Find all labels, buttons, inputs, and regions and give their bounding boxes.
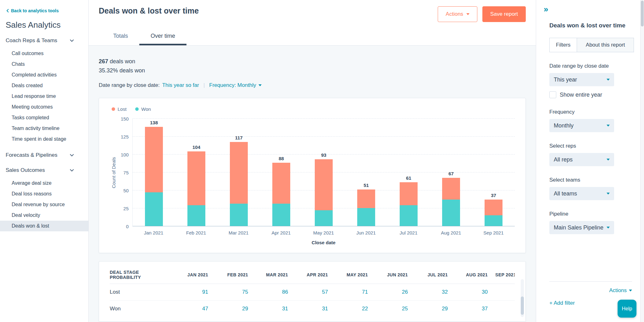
row-label: Lost: [110, 284, 176, 301]
actions-button[interactable]: Actions: [438, 6, 477, 22]
legend-item-won[interactable]: Won: [135, 106, 151, 112]
frequency-link-label: Frequency: Monthly: [209, 82, 256, 88]
bar-total-label: 93: [321, 152, 326, 158]
won-legend-dot-icon: [135, 107, 139, 111]
bar-segment-lost[interactable]: [272, 163, 290, 204]
bar-segment-won[interactable]: [357, 208, 375, 226]
tab-filters[interactable]: Filters: [549, 38, 577, 52]
table-value[interactable]: 75: [216, 284, 256, 301]
help-button[interactable]: Help: [618, 300, 636, 318]
bar-segment-won[interactable]: [315, 210, 333, 226]
sidebar-item-deal-loss-reasons[interactable]: Deal loss reasons: [0, 189, 88, 199]
legend-label: Lost: [118, 106, 126, 112]
frequency-link[interactable]: Frequency: Monthly: [209, 82, 261, 88]
bar-segment-won[interactable]: [485, 215, 502, 226]
bar-feb-2021[interactable]: 104: [175, 119, 218, 226]
sidebar-item-time-spent-in-deal-stage[interactable]: Time spent in deal stage: [0, 134, 88, 144]
table-value[interactable]: 32: [415, 284, 455, 301]
bar-segment-lost[interactable]: [315, 159, 333, 210]
bar-segment-lost[interactable]: [145, 127, 163, 192]
report-tabs: Totals Over time: [99, 28, 526, 45]
date-range-select[interactable]: This year: [549, 73, 614, 86]
bar-segment-lost[interactable]: [187, 151, 205, 205]
bar-segment-lost[interactable]: [485, 200, 502, 215]
back-link[interactable]: Back to analytics tools: [0, 8, 88, 13]
select-reps-select[interactable]: All reps: [549, 153, 614, 166]
bar-segment-lost[interactable]: [357, 189, 375, 208]
table-value[interactable]: 31: [296, 301, 336, 317]
sidebar-item-deals-won-lost[interactable]: Deals won & lost: [0, 221, 88, 231]
frequency-select[interactable]: Monthly: [549, 119, 614, 132]
sidebar-item-completed-activities[interactable]: Completed activities: [0, 70, 88, 80]
table-value[interactable]: 86: [256, 284, 296, 301]
bar-segment-won[interactable]: [187, 205, 205, 226]
bar-segment-lost[interactable]: [442, 178, 460, 199]
divider: |: [203, 82, 205, 88]
table-value[interactable]: 25: [375, 301, 415, 317]
sidebar-item-tasks-completed[interactable]: Tasks completed: [0, 112, 88, 123]
bar-jun-2021[interactable]: 51: [345, 119, 387, 226]
bar-mar-2021[interactable]: 117: [218, 119, 260, 226]
bar-aug-2021[interactable]: 67: [430, 119, 472, 226]
bar-apr-2021[interactable]: 88: [260, 119, 303, 226]
panel-actions-label: Actions: [609, 287, 627, 294]
pipeline-select[interactable]: Main Sales Pipeline: [549, 221, 614, 234]
sidebar-item-meeting-outcomes[interactable]: Meeting outcomes: [0, 102, 88, 112]
table-value[interactable]: 37: [455, 301, 495, 317]
panel-actions-link[interactable]: Actions: [609, 287, 632, 294]
page-scrollbar-thumb[interactable]: [641, 1, 644, 26]
bar-segment-lost[interactable]: [400, 182, 418, 205]
bar-segment-won[interactable]: [272, 204, 290, 226]
bar-jul-2021[interactable]: 61: [387, 119, 430, 226]
bar-segment-won[interactable]: [230, 204, 248, 226]
bar-jan-2021[interactable]: 138: [133, 119, 175, 226]
page-scrollbar[interactable]: [640, 0, 644, 322]
bar-segment-won[interactable]: [145, 192, 163, 226]
bar-segment-won[interactable]: [400, 205, 418, 226]
table-value[interactable]: 29: [216, 301, 256, 317]
chevron-down-icon: [70, 169, 74, 172]
table-value[interactable]: 57: [296, 284, 336, 301]
sidebar-item-chats[interactable]: Chats: [0, 59, 88, 70]
sidebar-item-call-outcomes[interactable]: Call outcomes: [0, 48, 88, 59]
table-scrollbar-thumb[interactable]: [521, 297, 524, 315]
sidebar-item-deal-velocity[interactable]: Deal velocity: [0, 210, 88, 221]
table-scrollbar[interactable]: [521, 279, 524, 317]
table-value[interactable]: 30: [455, 284, 495, 301]
date-range-link[interactable]: This year so far: [162, 82, 199, 88]
chevron-down-icon: [607, 193, 610, 195]
tab-totals[interactable]: Totals: [102, 28, 139, 45]
sidebar-item-team-activity-timeline[interactable]: Team activity timeline: [0, 123, 88, 134]
select-teams-select[interactable]: All teams: [549, 187, 614, 200]
table-value[interactable]: 26: [375, 284, 415, 301]
tab-about-this-report[interactable]: About this report: [577, 38, 634, 52]
table-value[interactable]: 29: [415, 301, 455, 317]
table-value[interactable]: 91: [176, 284, 216, 301]
sidebar-item-average-deal-size[interactable]: Average deal size: [0, 178, 88, 189]
chart-legend: Lost Won: [110, 106, 515, 112]
show-entire-year-label: Show entire year: [560, 92, 602, 98]
table-value[interactable]: 47: [176, 301, 216, 317]
sidebar-item-deal-revenue-by-source[interactable]: Deal revenue by source: [0, 199, 88, 210]
bar-may-2021[interactable]: 93: [303, 119, 345, 226]
sidebar-section-sales-outcomes[interactable]: Sales Outcomes: [0, 163, 88, 178]
table-value[interactable]: 71: [336, 284, 375, 301]
deals-won-count: 267 deals won: [99, 58, 526, 65]
add-filter-link[interactable]: + Add filter: [549, 300, 575, 306]
table-value[interactable]: 31: [256, 301, 296, 317]
table-value[interactable]: 22: [336, 301, 375, 317]
bar-segment-won[interactable]: [442, 200, 460, 226]
sidebar-item-lead-response-time[interactable]: Lead response time: [0, 91, 88, 102]
legend-item-lost[interactable]: Lost: [112, 106, 126, 112]
sidebar-item-deals-created[interactable]: Deals created: [0, 80, 88, 91]
tab-over-time[interactable]: Over time: [139, 28, 186, 45]
chevron-down-icon: [607, 159, 610, 161]
sidebar-section-coach-reps-teams[interactable]: Coach Reps & Teams: [0, 33, 88, 48]
bar-sep-2021[interactable]: 37: [472, 119, 515, 226]
save-report-button[interactable]: Save report: [482, 6, 526, 22]
show-entire-year-checkbox[interactable]: [549, 91, 556, 98]
plot-area: 138104117889351616737: [132, 119, 515, 226]
bar-segment-lost[interactable]: [230, 142, 248, 204]
collapse-panel-icon[interactable]: »: [544, 5, 548, 13]
sidebar-section-forecasts-pipelines[interactable]: Forecasts & Pipelines: [0, 148, 88, 163]
